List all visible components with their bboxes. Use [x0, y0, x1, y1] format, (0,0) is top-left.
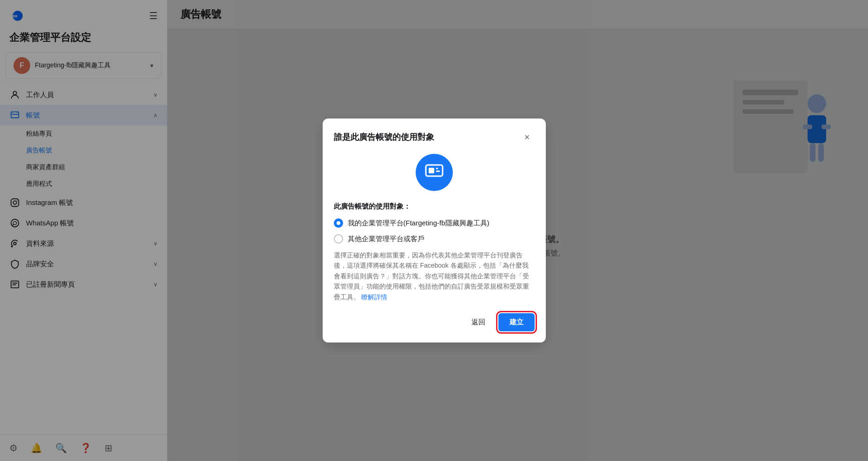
- ad-account-icon: [424, 160, 444, 184]
- radio-own-label: 我的企業管理平台(Ftargeting-fb隱藏興趣工具): [348, 219, 490, 228]
- create-button[interactable]: 建立: [498, 313, 535, 331]
- modal-dialog: 誰是此廣告帳號的使用對象 × 此廣告帳號的使用對象： 我的企業管理平台(Ftar…: [323, 119, 546, 342]
- modal-icon-area: [334, 154, 535, 191]
- close-button[interactable]: ×: [520, 130, 535, 145]
- radio-option-other[interactable]: 其他企業管理平台或客戶: [334, 234, 535, 244]
- modal-description: 選擇正確的對象相當重要，因為你代表其他企業管理平台刊登廣告後，這項選擇將確保其名…: [334, 250, 535, 302]
- modal-title: 誰是此廣告帳號的使用對象: [334, 132, 434, 143]
- radio-other-label: 其他企業管理平台或客戶: [348, 235, 424, 244]
- radio-option-own[interactable]: 我的企業管理平台(Ftargeting-fb隱藏興趣工具): [334, 218, 535, 228]
- radio-other-unselected[interactable]: [334, 234, 343, 244]
- radio-own-selected[interactable]: [334, 218, 343, 228]
- modal-overlay: 誰是此廣告帳號的使用對象 × 此廣告帳號的使用對象： 我的企業管理平台(Ftar…: [0, 0, 868, 461]
- modal-icon-circle: [416, 154, 453, 191]
- modal-section-title: 此廣告帳號的使用對象：: [334, 202, 535, 211]
- svg-rect-22: [429, 168, 434, 173]
- back-button[interactable]: 返回: [464, 314, 493, 330]
- svg-rect-23: [436, 168, 438, 169]
- learn-more-link[interactable]: 瞭解詳情: [361, 293, 387, 301]
- modal-footer: 返回 建立: [334, 313, 535, 331]
- svg-rect-24: [436, 171, 440, 172]
- modal-header: 誰是此廣告帳號的使用對象 ×: [334, 130, 535, 145]
